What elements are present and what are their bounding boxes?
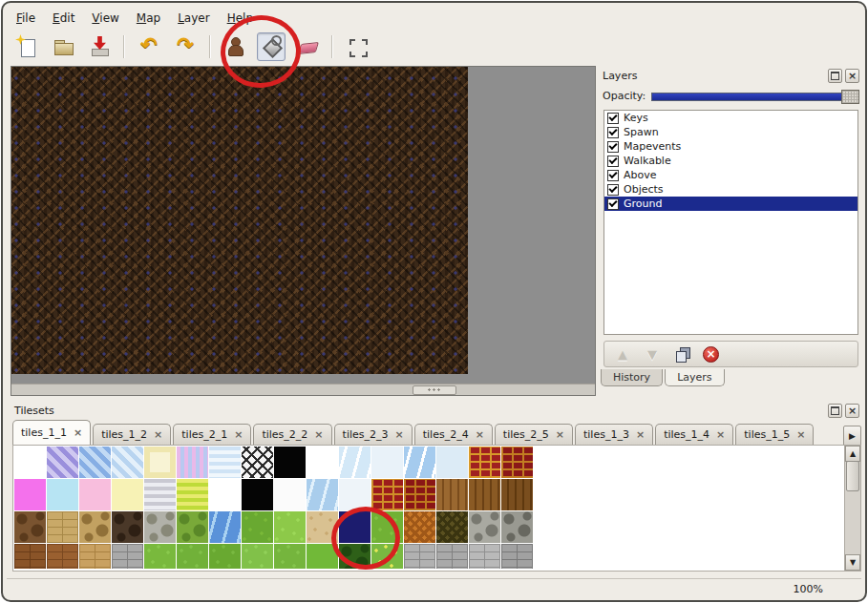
palette-vscroll-thumb[interactable] [846, 461, 859, 491]
character-tool-button[interactable] [221, 32, 249, 61]
redo-button[interactable] [171, 32, 200, 61]
palette-tile-r4c6[interactable] [177, 544, 208, 569]
layer-visibility-checkbox[interactable] [607, 141, 619, 153]
palette-tile-r1c3[interactable] [79, 447, 111, 478]
close-tab-icon[interactable] [476, 428, 484, 441]
palette-tile-r3c12[interactable] [371, 511, 403, 543]
duplicate-layer-icon[interactable] [673, 345, 690, 363]
palette-tile-r3c16[interactable] [501, 511, 533, 543]
float-panel-icon[interactable] [828, 69, 842, 83]
menu-item-layer[interactable]: Layer [170, 9, 217, 28]
palette-tile-r3c15[interactable] [469, 511, 500, 543]
palette-tile-r3c13[interactable] [404, 511, 435, 543]
palette-tile-r1c15[interactable] [469, 447, 500, 478]
layer-visibility-checkbox[interactable] [607, 184, 619, 196]
palette-tile-r2c8[interactable] [242, 479, 273, 510]
opacity-slider-handle[interactable] [841, 90, 859, 104]
palette-tile-r3c6[interactable] [177, 511, 208, 543]
close-tab-icon[interactable] [74, 426, 82, 439]
tileset-tab-tiles_1_5[interactable]: tiles_1_5 [735, 424, 814, 445]
close-tab-icon[interactable] [716, 428, 725, 441]
tileset-tab-tiles_2_4[interactable]: tiles_2_4 [414, 424, 493, 445]
palette-tile-r1c1[interactable] [14, 447, 46, 478]
palette-tile-r2c6[interactable] [177, 479, 208, 510]
palette-tile-r3c5[interactable] [144, 511, 176, 543]
palette-tile-r2c7[interactable] [209, 479, 241, 510]
palette-tile-r3c14[interactable] [436, 511, 468, 543]
close-panel-icon[interactable] [845, 69, 859, 83]
tab-layers[interactable]: Layers [665, 369, 724, 386]
tileset-tab-tiles_2_1[interactable]: tiles_2_1 [173, 424, 251, 445]
palette-tile-r1c12[interactable] [371, 447, 403, 478]
palette-tile-r4c5[interactable] [144, 544, 176, 569]
layer-row-spawn[interactable]: Spawn [604, 125, 857, 139]
delete-layer-icon[interactable] [703, 346, 719, 363]
palette-tile-r3c7[interactable] [209, 511, 241, 543]
palette-tile-r3c11[interactable] [339, 511, 370, 543]
palette-tile-r4c2[interactable] [47, 544, 78, 569]
open-file-button[interactable] [49, 32, 77, 61]
close-tab-icon[interactable] [556, 428, 564, 441]
palette-tile-r4c13[interactable] [404, 544, 435, 569]
palette-tile-r4c8[interactable] [242, 544, 273, 569]
palette-tile-r4c15[interactable] [469, 544, 500, 569]
menu-item-file[interactable]: File [9, 9, 43, 28]
palette-tile-r4c3[interactable] [79, 544, 111, 569]
menu-item-help[interactable]: Help [220, 9, 261, 28]
palette-tile-r1c6[interactable] [177, 447, 208, 478]
palette-tile-r1c7[interactable] [209, 447, 241, 478]
palette-tile-r2c10[interactable] [307, 479, 338, 510]
tileset-tab-tiles_1_4[interactable]: tiles_1_4 [655, 424, 733, 445]
map-hscrollbar[interactable] [11, 384, 595, 395]
map-canvas[interactable] [11, 67, 468, 374]
close-tab-icon[interactable] [234, 428, 243, 441]
palette-tile-r1c4[interactable] [112, 447, 143, 478]
palette-tile-r2c11[interactable] [339, 479, 370, 510]
layer-row-keys[interactable]: Keys [604, 111, 857, 125]
close-tab-icon[interactable] [154, 428, 162, 441]
menu-item-edit[interactable]: Edit [45, 9, 82, 28]
tileset-tab-tiles_2_5[interactable]: tiles_2_5 [495, 424, 573, 445]
close-tab-icon[interactable] [796, 428, 805, 441]
opacity-slider[interactable] [651, 90, 859, 102]
fill-tool-button[interactable] [257, 32, 286, 61]
tileset-tab-tiles_1_1[interactable]: tiles_1_1 [12, 420, 91, 445]
palette-tile-r1c8[interactable] [242, 447, 273, 478]
palette-tile-r3c1[interactable] [14, 511, 46, 543]
palette-vscrollbar[interactable] [844, 446, 860, 571]
palette-tile-r4c11[interactable] [339, 544, 370, 569]
palette-tile-r2c5[interactable] [144, 479, 176, 510]
new-file-button[interactable] [12, 32, 41, 61]
scroll-up-icon[interactable] [845, 446, 860, 462]
palette-tile-r4c12[interactable] [371, 544, 403, 569]
layer-row-objects[interactable]: Objects [604, 182, 857, 197]
palette-tile-r3c4[interactable] [112, 511, 143, 543]
palette-tile-r2c9[interactable] [274, 479, 306, 510]
layer-visibility-checkbox[interactable] [607, 127, 619, 138]
palette-tile-r1c13[interactable] [404, 447, 435, 478]
palette-tile-r2c2[interactable] [47, 479, 78, 510]
map-hscroll-thumb[interactable] [413, 385, 456, 395]
lower-layer-icon[interactable] [644, 345, 661, 363]
close-tab-icon[interactable] [636, 428, 645, 441]
palette-tile-r4c16[interactable] [501, 544, 533, 569]
scroll-down-icon[interactable] [845, 554, 860, 571]
layer-row-mapevents[interactable]: Mapevents [604, 139, 857, 154]
menu-item-map[interactable]: Map [129, 9, 168, 28]
palette-tile-r4c4[interactable] [112, 544, 143, 569]
layer-visibility-checkbox[interactable] [607, 170, 619, 181]
menu-item-view[interactable]: View [84, 9, 126, 28]
palette-tile-r2c16[interactable] [501, 479, 533, 510]
float-panel-icon[interactable] [828, 404, 842, 418]
palette-tile-r3c8[interactable] [242, 511, 273, 543]
layer-row-above[interactable]: Above [604, 168, 857, 182]
palette-tile-r1c11[interactable] [339, 447, 370, 478]
palette-tile-r4c1[interactable] [14, 544, 46, 569]
tab-scroll-right-icon[interactable] [843, 426, 861, 447]
eraser-tool-button[interactable] [293, 32, 322, 61]
palette-tile-r4c10[interactable] [307, 544, 338, 569]
tab-history[interactable]: History [601, 369, 663, 386]
tileset-tab-tiles_1_2[interactable]: tiles_1_2 [93, 424, 171, 445]
palette-tile-r2c1[interactable] [14, 479, 46, 510]
palette-tile-r1c2[interactable] [47, 447, 78, 478]
